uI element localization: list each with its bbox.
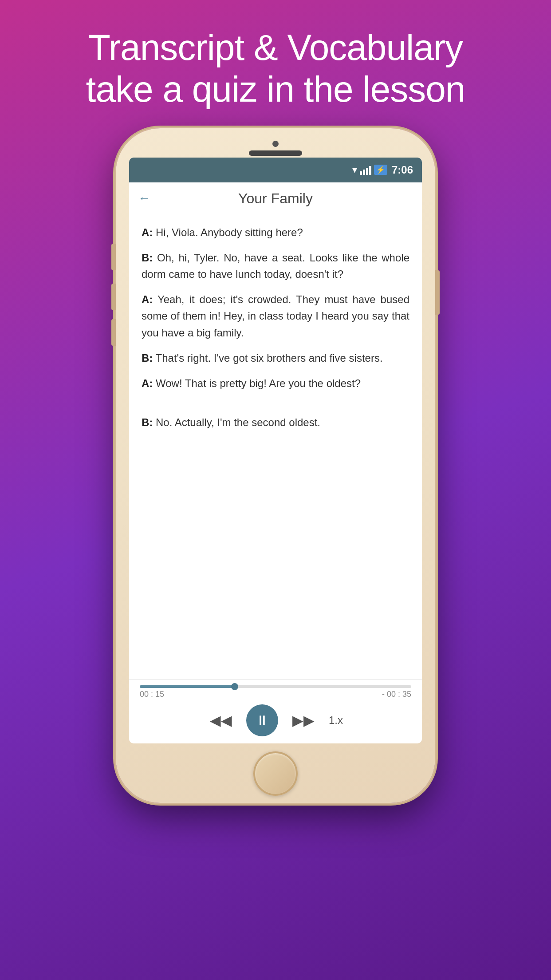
dialog-text-2: Oh, hi, Tyler. No, have a seat. Looks li… (142, 252, 409, 280)
status-bar: ▾ ⚡ 7:06 (129, 158, 422, 182)
headline-line2: take a quiz in the lesson (86, 69, 465, 109)
progress-thumb (231, 683, 238, 690)
status-icons: ▾ ⚡ 7:06 (352, 164, 413, 176)
fast-forward-button[interactable]: ▶▶ (291, 710, 316, 731)
back-button[interactable]: ← (138, 191, 150, 205)
progress-fill (140, 685, 235, 688)
progress-track[interactable] (140, 685, 411, 688)
signal-bar-3 (366, 168, 368, 175)
battery-icon: ⚡ (374, 165, 387, 175)
player-controls: ◀◀ ⏸ ▶▶ 1.x (140, 704, 411, 736)
dialog-line-6: B: No. Actually, I'm the second oldest. (142, 414, 409, 431)
current-time: 00 : 15 (140, 690, 164, 699)
speaker-a-1: A: (142, 226, 153, 238)
dialog-line-1: A: Hi, Viola. Anybody sitting here? (142, 224, 409, 241)
signal-bar-2 (363, 170, 365, 175)
phone-mockup: ▾ ⚡ 7:06 ← Your Family A: (116, 128, 435, 803)
transcript-content: A: Hi, Viola. Anybody sitting here? B: O… (129, 215, 422, 680)
rewind-icon: ◀◀ (210, 712, 232, 729)
content-divider (142, 405, 409, 405)
dialog-line-2: B: Oh, hi, Tyler. No, have a seat. Looks… (142, 249, 409, 282)
signal-bar-1 (360, 171, 362, 175)
speaker-b-3: B: (142, 416, 153, 428)
status-time: 7:06 (392, 164, 413, 176)
speed-button[interactable]: 1.x (329, 714, 343, 727)
dialog-text-1: Hi, Viola. Anybody sitting here? (156, 226, 303, 238)
rewind-button[interactable]: ◀◀ (208, 710, 234, 731)
phone-screen: ▾ ⚡ 7:06 ← Your Family A: (129, 158, 422, 743)
progress-container: 00 : 15 - 00 : 35 (140, 685, 411, 703)
audio-player: 00 : 15 - 00 : 35 ◀◀ ⏸ ▶▶ 1.x (129, 680, 422, 743)
app-header: ← Your Family (129, 182, 422, 215)
headline-text: Transcript & Vocabulary take a quiz in t… (51, 0, 501, 128)
signal-bar-4 (369, 166, 371, 175)
pause-button[interactable]: ⏸ (246, 704, 278, 736)
speaker-b-2: B: (142, 352, 153, 364)
speaker-b-1: B: (142, 252, 153, 264)
time-labels: 00 : 15 - 00 : 35 (140, 690, 411, 699)
phone-top-area (116, 128, 435, 156)
dialog-text-6: No. Actually, I'm the second oldest. (156, 416, 320, 428)
speaker-a-3: A: (142, 377, 153, 389)
dialog-line-3: A: Yeah, it does; it's crowded. They mus… (142, 291, 409, 341)
signal-bars (360, 165, 371, 175)
dialog-line-5: A: Wow! That is pretty big! Are you the … (142, 375, 409, 391)
remaining-time: - 00 : 35 (382, 690, 411, 699)
wifi-icon: ▾ (352, 164, 357, 176)
ffwd-icon: ▶▶ (292, 712, 315, 729)
dialog-text-4: That's right. I've got six brothers and … (156, 352, 383, 364)
speaker-a-2: A: (142, 293, 153, 305)
dialog-line-4: B: That's right. I've got six brothers a… (142, 350, 409, 366)
speaker-bar (249, 150, 302, 156)
dialog-text-5: Wow! That is pretty big! Are you the old… (156, 377, 361, 389)
camera-dot (272, 141, 279, 147)
page-title: Your Family (238, 190, 313, 207)
dialog-text-3: Yeah, it does; it's crowded. They must h… (142, 293, 409, 338)
home-button[interactable] (253, 751, 298, 796)
headline-line1: Transcript & Vocabulary (88, 27, 463, 67)
pause-icon: ⏸ (256, 713, 269, 728)
